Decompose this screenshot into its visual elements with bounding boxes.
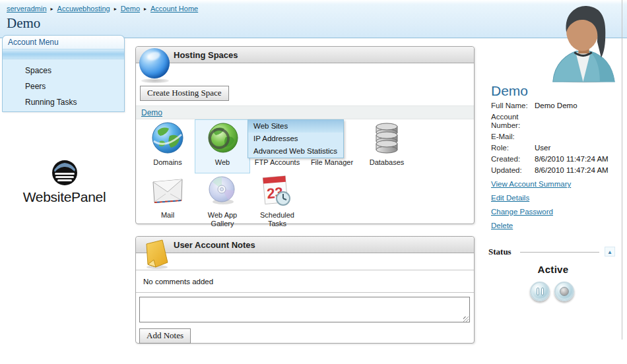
shortcut-label: Web — [195, 158, 249, 167]
field-label: Created: — [491, 155, 535, 164]
stop-icon — [560, 287, 569, 296]
breadcrumb-separator-icon: ▸ — [144, 6, 147, 12]
shortcut-label: FTP Accounts — [250, 158, 304, 167]
status-value: Active — [513, 264, 593, 275]
account-menu-panel: Account Menu Spaces Peers Running Tasks — [2, 35, 125, 112]
field-label: Updated: — [491, 166, 535, 175]
shortcut-label: Web App Gallery — [195, 211, 249, 228]
websitepanel-page: serveradmin▸Accuwebhosting▸Demo▸Account … — [0, 0, 627, 364]
websitepanel-logo-text: WebsitePanel — [16, 189, 112, 205]
change-password-link[interactable]: Change Password — [491, 208, 571, 216]
view-account-summary-link[interactable]: View Account Summary — [491, 180, 571, 188]
account-menu-gloss-bar — [3, 49, 124, 59]
cancel-button[interactable] — [554, 282, 574, 301]
delete-link[interactable]: Delete — [491, 222, 571, 229]
status-buttons — [530, 282, 574, 301]
user-account-notes-panel: User Account Notes No comments added Add… — [135, 236, 475, 344]
suspend-button[interactable] — [530, 282, 550, 301]
sidebar-item-running-tasks[interactable]: Running Tasks — [3, 94, 124, 110]
status-section-header: Status ▲ — [488, 247, 618, 257]
calendar-clock-icon: 23 — [261, 174, 294, 207]
cd-icon — [206, 174, 239, 207]
field-value: 8/6/2010 11:47:24 AM — [535, 155, 609, 164]
field-label: Account Number: — [491, 113, 535, 130]
breadcrumb-link-demo[interactable]: Demo — [121, 5, 140, 13]
notes-title: User Account Notes — [174, 240, 255, 250]
field-value: 8/6/2010 11:47:24 AM — [535, 166, 609, 175]
field-created: Created: 8/6/2010 11:47:24 AM — [491, 155, 624, 164]
breadcrumb: serveradmin▸Accuwebhosting▸Demo▸Account … — [7, 5, 198, 13]
shortcut-domains[interactable]: Domains — [141, 121, 195, 167]
pause-icon — [537, 288, 544, 295]
page-title: Demo — [7, 15, 40, 32]
shortcut-web-app-gallery[interactable]: Web App Gallery — [195, 174, 249, 228]
shortcut-databases[interactable]: Databases — [360, 121, 414, 167]
shortcut-web[interactable]: Web — [195, 121, 249, 167]
field-account-number: Account Number: — [491, 113, 624, 130]
sidebar-item-spaces[interactable]: Spaces — [3, 63, 124, 78]
divider — [136, 292, 474, 293]
field-full-name: Full Name: Demo Demo — [491, 102, 624, 110]
user-avatar — [546, 3, 622, 83]
field-label: Full Name: — [491, 102, 535, 110]
divider — [136, 270, 474, 270]
breadcrumb-separator-icon: ▸ — [114, 6, 117, 12]
edit-details-link[interactable]: Edit Details — [491, 194, 571, 202]
menu-item-ip-addresses[interactable]: IP Addresses — [248, 133, 343, 145]
globe-green-icon — [206, 121, 239, 154]
field-label: Role: — [491, 144, 535, 152]
account-menu-title: Account Menu — [3, 36, 124, 49]
breadcrumb-link-account-home[interactable]: Account Home — [150, 5, 198, 13]
notes-empty-message: No comments added — [143, 278, 213, 286]
create-hosting-space-button[interactable]: Create Hosting Space — [140, 86, 229, 101]
user-details: Full Name: Demo Demo Account Number: E-M… — [491, 102, 624, 177]
websitepanel-logo: WebsitePanel — [16, 160, 112, 205]
field-email: E-Mail: — [491, 133, 624, 141]
hosting-spaces-title: Hosting Spaces — [174, 50, 238, 60]
field-value: Demo Demo — [535, 102, 578, 110]
status-label: Status — [488, 247, 512, 257]
field-role: Role: User — [491, 144, 624, 152]
add-notes-button[interactable]: Add Notes — [139, 328, 191, 344]
database-icon — [370, 121, 403, 154]
shortcut-label: Mail — [141, 211, 195, 220]
envelope-icon — [151, 174, 184, 207]
user-name-heading: Demo — [491, 83, 528, 99]
breadcrumb-separator-icon: ▸ — [51, 6, 53, 12]
breadcrumb-link-accuwebhosting[interactable]: Accuwebhosting — [57, 5, 110, 13]
user-action-links: View Account Summary Edit Details Change… — [491, 180, 571, 235]
hosting-spaces-panel: Hosting Spaces Create Hosting Space Demo… — [135, 46, 475, 224]
divider — [520, 252, 599, 253]
shortcut-label: Databases — [360, 158, 414, 167]
menu-item-web-sites[interactable]: Web Sites — [248, 120, 343, 133]
account-menu-items: Spaces Peers Running Tasks — [3, 59, 124, 110]
websitepanel-globe-icon — [51, 160, 78, 186]
hosting-spaces-sphere-icon — [139, 48, 170, 78]
notes-textarea[interactable] — [139, 297, 470, 322]
shortcut-scheduled-tasks[interactable]: 23 Scheduled Tasks — [250, 174, 304, 228]
menu-item-advanced-web-statistics[interactable]: Advanced Web Statistics — [248, 145, 343, 158]
sidebar-item-peers[interactable]: Peers — [3, 78, 124, 94]
space-link-bar: Demo — [136, 106, 474, 119]
shortcut-mail[interactable]: Mail — [141, 174, 195, 220]
globe-blue-icon — [151, 121, 184, 154]
field-value: User — [535, 144, 550, 152]
web-dropdown-menu: Web Sites IP Addresses Advanced Web Stat… — [248, 119, 344, 158]
field-label: E-Mail: — [491, 133, 535, 141]
shortcut-label: File Manager — [305, 158, 359, 167]
space-link-demo[interactable]: Demo — [141, 106, 162, 119]
breadcrumb-link-serveradmin[interactable]: serveradmin — [7, 5, 47, 13]
sphere-shadow — [141, 78, 169, 83]
note-icon — [141, 238, 172, 270]
shortcut-label: Scheduled Tasks — [250, 211, 304, 228]
resize-grip-icon[interactable] — [463, 317, 469, 322]
shortcut-label: Domains — [141, 158, 195, 167]
field-updated: Updated: 8/6/2010 11:47:24 AM — [491, 166, 624, 175]
collapse-section-icon[interactable]: ▲ — [605, 247, 615, 257]
